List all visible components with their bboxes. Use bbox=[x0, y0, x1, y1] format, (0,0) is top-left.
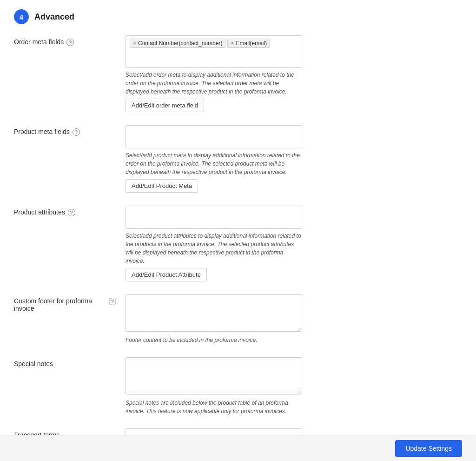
product-attributes-label: Product attributes bbox=[14, 208, 65, 216]
order-meta-button[interactable]: Add/Edit order meta field bbox=[126, 99, 204, 112]
custom-footer-textarea[interactable] bbox=[126, 294, 302, 332]
product-attributes-tag-input[interactable] bbox=[126, 206, 302, 229]
product-meta-tag-input[interactable] bbox=[126, 125, 302, 148]
product-meta-label: Product meta fields bbox=[14, 128, 70, 135]
footer-bar: Update Settings bbox=[0, 435, 476, 461]
page-container: 4 Advanced Order meta fields ? × Contact… bbox=[0, 0, 476, 461]
special-notes-field-col: Special notes are included below the pro… bbox=[126, 357, 302, 415]
custom-footer-row: Custom footer for proforma invoice ? Foo… bbox=[14, 294, 462, 344]
product-meta-help-icon[interactable]: ? bbox=[73, 128, 80, 136]
step-badge: 4 bbox=[14, 9, 29, 24]
custom-footer-help-text: Footer content to be included in the pro… bbox=[126, 336, 302, 344]
product-meta-row: Product meta fields ? Select/add product… bbox=[14, 125, 462, 193]
tag-contact-number: × Contact Number(contact_number) bbox=[130, 39, 225, 48]
tag-email-label: Email(email) bbox=[236, 40, 267, 47]
custom-footer-help-icon[interactable]: ? bbox=[109, 298, 116, 305]
special-notes-label: Special notes bbox=[14, 360, 53, 367]
tag-contact-number-close[interactable]: × bbox=[133, 40, 136, 47]
tag-email: × Email(email) bbox=[227, 39, 270, 48]
product-attributes-field-col: Select/add product attributes to display… bbox=[126, 206, 302, 281]
section-title: Advanced bbox=[34, 12, 74, 22]
special-notes-textarea[interactable] bbox=[126, 357, 302, 394]
order-meta-row: Order meta fields ? × Contact Number(con… bbox=[14, 35, 462, 112]
custom-footer-label-col: Custom footer for proforma invoice ? bbox=[14, 294, 116, 312]
order-meta-tag-input[interactable]: × Contact Number(contact_number) × Email… bbox=[126, 35, 302, 68]
tag-contact-number-label: Contact Number(contact_number) bbox=[138, 40, 222, 47]
special-notes-label-col: Special notes bbox=[14, 357, 116, 367]
update-settings-button[interactable]: Update Settings bbox=[395, 440, 462, 457]
product-meta-button[interactable]: Add/Edit Product Meta bbox=[126, 179, 198, 193]
order-meta-label-col: Order meta fields ? bbox=[14, 35, 116, 46]
product-meta-field-col: Select/add product meta to display addit… bbox=[126, 125, 302, 193]
order-meta-label: Order meta fields bbox=[14, 38, 64, 46]
custom-footer-label: Custom footer for proforma invoice bbox=[14, 297, 106, 312]
section-header: 4 Advanced bbox=[14, 9, 462, 24]
special-notes-help-text: Special notes are included below the pro… bbox=[126, 399, 302, 415]
product-attributes-label-col: Product attributes ? bbox=[14, 206, 116, 216]
custom-footer-field-col: Footer content to be included in the pro… bbox=[126, 294, 302, 344]
order-meta-help-icon[interactable]: ? bbox=[66, 39, 74, 46]
product-attributes-button[interactable]: Add/Edit Product Attribute bbox=[126, 268, 207, 281]
special-notes-row: Special notes Special notes are included… bbox=[14, 357, 462, 415]
product-attributes-help-text: Select/add product attributes to display… bbox=[126, 232, 302, 265]
product-meta-label-col: Product meta fields ? bbox=[14, 125, 116, 136]
order-meta-help-text: Select/add order meta to display additio… bbox=[126, 71, 302, 96]
product-attributes-row: Product attributes ? Select/add product … bbox=[14, 206, 462, 281]
tag-email-close[interactable]: × bbox=[231, 40, 234, 47]
product-attributes-help-icon[interactable]: ? bbox=[68, 209, 75, 216]
order-meta-field-col: × Contact Number(contact_number) × Email… bbox=[126, 35, 302, 112]
product-meta-help-text: Select/add product meta to display addit… bbox=[126, 151, 302, 176]
